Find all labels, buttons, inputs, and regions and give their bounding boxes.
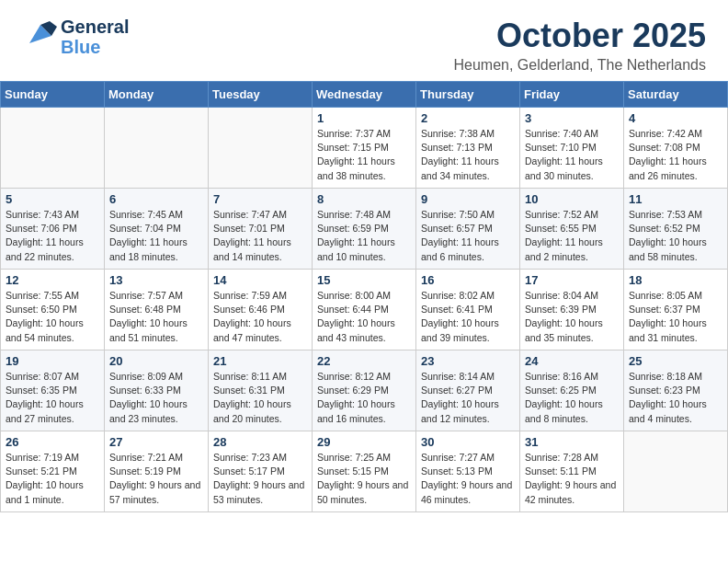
weekday-header-wednesday: Wednesday [313,82,416,108]
day-number: 10 [525,192,619,206]
day-number: 21 [213,354,307,368]
calendar-cell: 25Sunrise: 8:18 AM Sunset: 6:23 PM Dayli… [624,350,728,431]
day-number: 11 [629,192,722,206]
calendar-cell: 19Sunrise: 8:07 AM Sunset: 6:35 PM Dayli… [1,350,105,431]
weekday-header-sunday: Sunday [1,82,105,108]
calendar-cell: 23Sunrise: 8:14 AM Sunset: 6:27 PM Dayli… [416,350,520,431]
calendar-cell [209,108,313,189]
day-info: Sunrise: 7:42 AM Sunset: 7:08 PM Dayligh… [629,127,722,183]
day-number: 24 [525,354,619,368]
day-number: 29 [317,435,411,449]
day-number: 18 [629,273,722,287]
day-info: Sunrise: 8:09 AM Sunset: 6:33 PM Dayligh… [109,370,203,426]
calendar-cell: 16Sunrise: 8:02 AM Sunset: 6:41 PM Dayli… [416,270,520,350]
day-info: Sunrise: 7:47 AM Sunset: 7:01 PM Dayligh… [213,208,307,264]
day-number: 25 [629,354,722,368]
day-number: 20 [109,354,203,368]
day-number: 31 [525,435,619,449]
day-info: Sunrise: 8:14 AM Sunset: 6:27 PM Dayligh… [421,370,515,426]
calendar-cell: 4Sunrise: 7:42 AM Sunset: 7:08 PM Daylig… [624,108,728,189]
day-info: Sunrise: 8:05 AM Sunset: 6:37 PM Dayligh… [629,289,722,345]
calendar-cell: 10Sunrise: 7:52 AM Sunset: 6:55 PM Dayli… [520,189,624,270]
logo-icon [22,17,57,56]
day-info: Sunrise: 8:04 AM Sunset: 6:39 PM Dayligh… [525,289,619,345]
day-number: 14 [213,273,307,287]
calendar-cell: 11Sunrise: 7:53 AM Sunset: 6:52 PM Dayli… [624,189,728,270]
day-number: 23 [421,354,515,368]
calendar-cell [105,108,209,189]
day-info: Sunrise: 7:40 AM Sunset: 7:10 PM Dayligh… [525,127,619,183]
calendar-cell [624,431,728,512]
day-number: 27 [109,435,203,449]
title-block: October 2025 Heumen, Gelderland, The Net… [453,17,706,74]
calendar-cell: 14Sunrise: 7:59 AM Sunset: 6:46 PM Dayli… [209,270,313,350]
day-info: Sunrise: 7:21 AM Sunset: 5:19 PM Dayligh… [109,451,203,507]
day-number: 3 [525,111,619,125]
page-header: General Blue October 2025 Heumen, Gelder… [0,0,728,81]
calendar-cell: 17Sunrise: 8:04 AM Sunset: 6:39 PM Dayli… [520,270,624,350]
calendar-cell: 29Sunrise: 7:25 AM Sunset: 5:15 PM Dayli… [313,431,416,512]
day-info: Sunrise: 7:50 AM Sunset: 6:57 PM Dayligh… [421,208,515,264]
calendar-cell: 9Sunrise: 7:50 AM Sunset: 6:57 PM Daylig… [416,189,520,270]
day-number: 12 [6,273,99,287]
day-info: Sunrise: 7:57 AM Sunset: 6:48 PM Dayligh… [109,289,203,345]
day-info: Sunrise: 7:19 AM Sunset: 5:21 PM Dayligh… [6,451,99,507]
day-number: 16 [421,273,515,287]
calendar-cell: 24Sunrise: 8:16 AM Sunset: 6:25 PM Dayli… [520,350,624,431]
day-info: Sunrise: 7:55 AM Sunset: 6:50 PM Dayligh… [6,289,99,345]
day-number: 4 [629,111,722,125]
day-number: 5 [6,192,99,206]
day-number: 19 [6,354,99,368]
calendar-cell: 21Sunrise: 8:11 AM Sunset: 6:31 PM Dayli… [209,350,313,431]
day-info: Sunrise: 7:37 AM Sunset: 7:15 PM Dayligh… [317,127,411,183]
day-info: Sunrise: 7:43 AM Sunset: 7:06 PM Dayligh… [6,208,99,264]
weekday-header-saturday: Saturday [624,82,728,108]
weekday-header-tuesday: Tuesday [209,82,313,108]
day-info: Sunrise: 8:11 AM Sunset: 6:31 PM Dayligh… [213,370,307,426]
logo-text-blue: Blue [61,37,129,57]
day-number: 8 [317,192,411,206]
day-info: Sunrise: 7:23 AM Sunset: 5:17 PM Dayligh… [213,451,307,507]
calendar-cell: 1Sunrise: 7:37 AM Sunset: 7:15 PM Daylig… [313,108,416,189]
calendar-cell: 8Sunrise: 7:48 AM Sunset: 6:59 PM Daylig… [313,189,416,270]
day-number: 15 [317,273,411,287]
day-number: 22 [317,354,411,368]
calendar-cell: 18Sunrise: 8:05 AM Sunset: 6:37 PM Dayli… [624,270,728,350]
day-info: Sunrise: 7:53 AM Sunset: 6:52 PM Dayligh… [629,208,722,264]
location-title: Heumen, Gelderland, The Netherlands [453,57,706,74]
weekday-header-thursday: Thursday [416,82,520,108]
calendar-cell: 2Sunrise: 7:38 AM Sunset: 7:13 PM Daylig… [416,108,520,189]
day-info: Sunrise: 8:12 AM Sunset: 6:29 PM Dayligh… [317,370,411,426]
day-number: 2 [421,111,515,125]
day-number: 30 [421,435,515,449]
day-number: 7 [213,192,307,206]
day-info: Sunrise: 7:59 AM Sunset: 6:46 PM Dayligh… [213,289,307,345]
day-info: Sunrise: 8:16 AM Sunset: 6:25 PM Dayligh… [525,370,619,426]
logo: General Blue [22,17,129,57]
calendar-cell: 31Sunrise: 7:28 AM Sunset: 5:11 PM Dayli… [520,431,624,512]
day-number: 26 [6,435,99,449]
calendar-cell: 22Sunrise: 8:12 AM Sunset: 6:29 PM Dayli… [313,350,416,431]
day-info: Sunrise: 7:38 AM Sunset: 7:13 PM Dayligh… [421,127,515,183]
day-info: Sunrise: 7:52 AM Sunset: 6:55 PM Dayligh… [525,208,619,264]
calendar-cell: 28Sunrise: 7:23 AM Sunset: 5:17 PM Dayli… [209,431,313,512]
day-info: Sunrise: 7:48 AM Sunset: 6:59 PM Dayligh… [317,208,411,264]
weekday-header-monday: Monday [105,82,209,108]
calendar-cell: 20Sunrise: 8:09 AM Sunset: 6:33 PM Dayli… [105,350,209,431]
calendar-cell: 15Sunrise: 8:00 AM Sunset: 6:44 PM Dayli… [313,270,416,350]
day-info: Sunrise: 8:00 AM Sunset: 6:44 PM Dayligh… [317,289,411,345]
calendar-cell: 3Sunrise: 7:40 AM Sunset: 7:10 PM Daylig… [520,108,624,189]
calendar-cell: 13Sunrise: 7:57 AM Sunset: 6:48 PM Dayli… [105,270,209,350]
day-number: 9 [421,192,515,206]
day-number: 28 [213,435,307,449]
calendar-cell: 5Sunrise: 7:43 AM Sunset: 7:06 PM Daylig… [1,189,105,270]
calendar-table: SundayMondayTuesdayWednesdayThursdayFrid… [0,81,728,512]
day-info: Sunrise: 7:25 AM Sunset: 5:15 PM Dayligh… [317,451,411,507]
day-info: Sunrise: 7:45 AM Sunset: 7:04 PM Dayligh… [109,208,203,264]
day-number: 13 [109,273,203,287]
day-number: 1 [317,111,411,125]
day-info: Sunrise: 8:07 AM Sunset: 6:35 PM Dayligh… [6,370,99,426]
day-info: Sunrise: 8:02 AM Sunset: 6:41 PM Dayligh… [421,289,515,345]
day-info: Sunrise: 7:28 AM Sunset: 5:11 PM Dayligh… [525,451,619,507]
month-title: October 2025 [453,17,706,55]
